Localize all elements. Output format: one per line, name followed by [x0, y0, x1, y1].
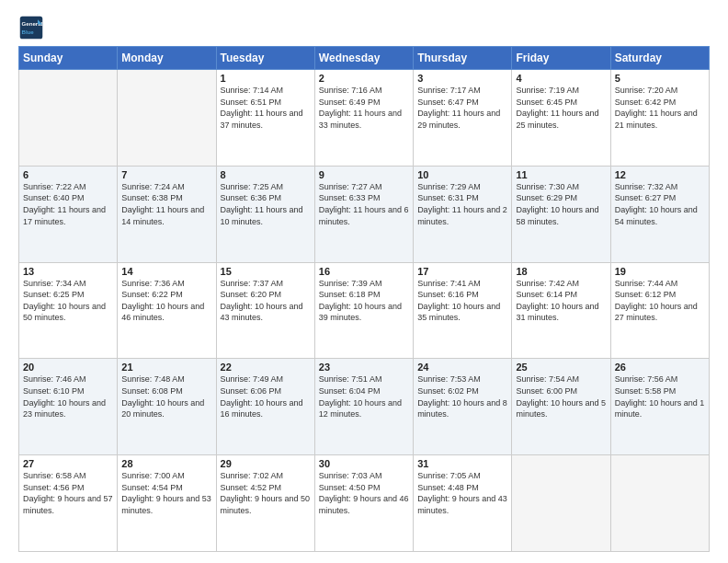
svg-text:Blue: Blue: [22, 29, 35, 35]
calendar-cell: 1Sunrise: 7:14 AM Sunset: 6:51 PM Daylig…: [216, 70, 314, 167]
day-number: 27: [23, 458, 113, 469]
calendar-week-3: 13Sunrise: 7:34 AM Sunset: 6:25 PM Dayli…: [19, 262, 710, 359]
cell-text: Sunrise: 7:49 AM Sunset: 6:06 PM Dayligh…: [221, 373, 311, 419]
cell-text: Sunrise: 7:30 AM Sunset: 6:29 PM Dayligh…: [516, 181, 606, 227]
calendar-cell: 21Sunrise: 7:48 AM Sunset: 6:08 PM Dayli…: [118, 359, 216, 455]
cell-text: Sunrise: 7:14 AM Sunset: 6:51 PM Dayligh…: [221, 85, 311, 131]
calendar-cell: [118, 70, 216, 167]
day-number: 29: [221, 458, 311, 469]
cell-text: Sunrise: 7:00 AM Sunset: 4:54 PM Dayligh…: [121, 470, 211, 516]
day-number: 10: [417, 169, 507, 180]
calendar-cell: 5Sunrise: 7:20 AM Sunset: 6:42 PM Daylig…: [610, 70, 709, 167]
calendar-cell: 31Sunrise: 7:05 AM Sunset: 4:48 PM Dayli…: [414, 455, 512, 552]
day-header-thursday: Thursday: [414, 47, 512, 70]
day-number: 4: [516, 73, 606, 84]
cell-text: Sunrise: 7:36 AM Sunset: 6:22 PM Dayligh…: [121, 278, 211, 324]
cell-text: Sunrise: 7:51 AM Sunset: 6:04 PM Dayligh…: [319, 373, 409, 419]
calendar-cell: 17Sunrise: 7:41 AM Sunset: 6:16 PM Dayli…: [414, 262, 512, 359]
day-header-tuesday: Tuesday: [216, 47, 314, 70]
cell-text: Sunrise: 7:41 AM Sunset: 6:16 PM Dayligh…: [417, 278, 507, 324]
calendar-cell: 27Sunrise: 6:58 AM Sunset: 4:56 PM Dayli…: [19, 455, 118, 552]
day-number: 15: [221, 266, 311, 277]
day-number: 11: [516, 169, 606, 180]
day-header-saturday: Saturday: [610, 47, 709, 70]
day-number: 25: [516, 362, 606, 373]
cell-text: Sunrise: 7:56 AM Sunset: 5:58 PM Dayligh…: [615, 373, 705, 419]
calendar-table: SundayMondayTuesdayWednesdayThursdayFrid…: [18, 46, 710, 552]
day-number: 9: [319, 169, 409, 180]
calendar-cell: 25Sunrise: 7:54 AM Sunset: 6:00 PM Dayli…: [512, 359, 610, 455]
calendar-cell: 11Sunrise: 7:30 AM Sunset: 6:29 PM Dayli…: [512, 166, 610, 262]
day-number: 21: [121, 362, 211, 373]
cell-text: Sunrise: 7:42 AM Sunset: 6:14 PM Dayligh…: [516, 278, 606, 324]
cell-text: Sunrise: 7:16 AM Sunset: 6:49 PM Dayligh…: [319, 85, 409, 131]
cell-text: Sunrise: 7:17 AM Sunset: 6:47 PM Dayligh…: [417, 85, 507, 131]
cell-text: Sunrise: 7:32 AM Sunset: 6:27 PM Dayligh…: [615, 181, 705, 227]
cell-text: Sunrise: 7:22 AM Sunset: 6:40 PM Dayligh…: [23, 181, 113, 227]
calendar-cell: 3Sunrise: 7:17 AM Sunset: 6:47 PM Daylig…: [414, 70, 512, 167]
calendar-cell: 9Sunrise: 7:27 AM Sunset: 6:33 PM Daylig…: [314, 166, 413, 262]
calendar-cell: 28Sunrise: 7:00 AM Sunset: 4:54 PM Dayli…: [118, 455, 216, 552]
day-header-monday: Monday: [118, 47, 216, 70]
cell-text: Sunrise: 7:05 AM Sunset: 4:48 PM Dayligh…: [417, 470, 507, 516]
calendar-cell: [19, 70, 118, 167]
day-header-wednesday: Wednesday: [314, 47, 413, 70]
calendar-week-1: 1Sunrise: 7:14 AM Sunset: 6:51 PM Daylig…: [19, 70, 710, 167]
calendar-cell: 7Sunrise: 7:24 AM Sunset: 6:38 PM Daylig…: [118, 166, 216, 262]
calendar-cell: 16Sunrise: 7:39 AM Sunset: 6:18 PM Dayli…: [314, 262, 413, 359]
day-number: 13: [23, 266, 113, 277]
calendar-week-2: 6Sunrise: 7:22 AM Sunset: 6:40 PM Daylig…: [19, 166, 710, 262]
day-number: 1: [221, 73, 311, 84]
day-number: 14: [121, 266, 211, 277]
calendar-cell: 6Sunrise: 7:22 AM Sunset: 6:40 PM Daylig…: [19, 166, 118, 262]
calendar-cell: [610, 455, 709, 552]
day-number: 16: [319, 266, 409, 277]
header: General Blue: [18, 15, 710, 40]
calendar-cell: 24Sunrise: 7:53 AM Sunset: 6:02 PM Dayli…: [414, 359, 512, 455]
calendar-cell: 13Sunrise: 7:34 AM Sunset: 6:25 PM Dayli…: [19, 262, 118, 359]
day-number: 8: [221, 169, 311, 180]
day-number: 19: [615, 266, 705, 277]
calendar-cell: 12Sunrise: 7:32 AM Sunset: 6:27 PM Dayli…: [610, 166, 709, 262]
calendar-cell: 22Sunrise: 7:49 AM Sunset: 6:06 PM Dayli…: [216, 359, 314, 455]
day-number: 30: [319, 458, 409, 469]
cell-text: Sunrise: 7:29 AM Sunset: 6:31 PM Dayligh…: [417, 181, 507, 227]
calendar-cell: 29Sunrise: 7:02 AM Sunset: 4:52 PM Dayli…: [216, 455, 314, 552]
day-number: 18: [516, 266, 606, 277]
cell-text: Sunrise: 7:34 AM Sunset: 6:25 PM Dayligh…: [23, 278, 113, 324]
calendar-cell: 18Sunrise: 7:42 AM Sunset: 6:14 PM Dayli…: [512, 262, 610, 359]
header-row: SundayMondayTuesdayWednesdayThursdayFrid…: [19, 47, 710, 70]
day-number: 5: [615, 73, 705, 84]
calendar-cell: 20Sunrise: 7:46 AM Sunset: 6:10 PM Dayli…: [19, 359, 118, 455]
day-number: 31: [417, 458, 507, 469]
cell-text: Sunrise: 7:48 AM Sunset: 6:08 PM Dayligh…: [121, 373, 211, 419]
day-number: 20: [23, 362, 113, 373]
cell-text: Sunrise: 7:02 AM Sunset: 4:52 PM Dayligh…: [221, 470, 311, 516]
day-number: 23: [319, 362, 409, 373]
calendar-week-4: 20Sunrise: 7:46 AM Sunset: 6:10 PM Dayli…: [19, 359, 710, 455]
calendar-cell: 8Sunrise: 7:25 AM Sunset: 6:36 PM Daylig…: [216, 166, 314, 262]
calendar-cell: 10Sunrise: 7:29 AM Sunset: 6:31 PM Dayli…: [414, 166, 512, 262]
calendar-cell: 4Sunrise: 7:19 AM Sunset: 6:45 PM Daylig…: [512, 70, 610, 167]
page: General Blue SundayMondayTuesdayWednesda…: [0, 0, 728, 563]
day-number: 2: [319, 73, 409, 84]
calendar-cell: [512, 455, 610, 552]
day-number: 28: [121, 458, 211, 469]
day-header-friday: Friday: [512, 47, 610, 70]
calendar-cell: 23Sunrise: 7:51 AM Sunset: 6:04 PM Dayli…: [314, 359, 413, 455]
day-number: 24: [417, 362, 507, 373]
calendar-cell: 15Sunrise: 7:37 AM Sunset: 6:20 PM Dayli…: [216, 262, 314, 359]
calendar-week-5: 27Sunrise: 6:58 AM Sunset: 4:56 PM Dayli…: [19, 455, 710, 552]
day-number: 26: [615, 362, 705, 373]
cell-text: Sunrise: 7:24 AM Sunset: 6:38 PM Dayligh…: [121, 181, 211, 227]
cell-text: Sunrise: 7:53 AM Sunset: 6:02 PM Dayligh…: [417, 373, 507, 419]
logo-icon: General Blue: [18, 15, 44, 40]
cell-text: Sunrise: 7:19 AM Sunset: 6:45 PM Dayligh…: [516, 85, 606, 131]
cell-text: Sunrise: 7:20 AM Sunset: 6:42 PM Dayligh…: [615, 85, 705, 131]
cell-text: Sunrise: 7:27 AM Sunset: 6:33 PM Dayligh…: [319, 181, 409, 227]
cell-text: Sunrise: 7:44 AM Sunset: 6:12 PM Dayligh…: [615, 278, 705, 324]
cell-text: Sunrise: 7:25 AM Sunset: 6:36 PM Dayligh…: [221, 181, 311, 227]
cell-text: Sunrise: 7:39 AM Sunset: 6:18 PM Dayligh…: [319, 278, 409, 324]
day-number: 7: [121, 169, 211, 180]
cell-text: Sunrise: 7:46 AM Sunset: 6:10 PM Dayligh…: [23, 373, 113, 419]
